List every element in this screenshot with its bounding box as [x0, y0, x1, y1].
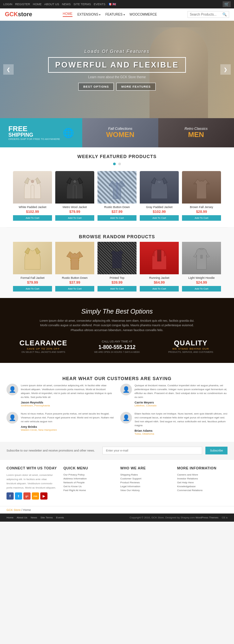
newsletter-subscribe-btn[interactable]: Subscribe [205, 447, 228, 454]
nav-extensions[interactable]: EXTENSIONS ▾ [77, 13, 100, 16]
wp-themes-link[interactable]: WordPress Themes [196, 516, 218, 519]
topbar-events[interactable]: EVENTS [94, 3, 105, 6]
jacket-svg [23, 245, 42, 271]
footer-breadcrumb: GCK Store / Home [0, 506, 234, 514]
footer-connect-col: CONNECT WITH US TODAY Lorem ipsum dolor … [6, 466, 57, 500]
testimonial-name: Jason Reynolds [21, 401, 114, 404]
add-to-cart-b1[interactable]: Add To Cart [55, 286, 94, 291]
footer-link[interactable]: Address Information [63, 477, 114, 480]
nav-features[interactable]: FEATURES ▾ [105, 13, 124, 16]
hero-prev-arrow[interactable]: ❮ [3, 64, 14, 75]
add-to-cart-2[interactable]: Add To Cart [98, 215, 136, 221]
testimonial-item: 👤 Nunc id risus metus. Fusce posuere por… [6, 412, 114, 435]
footer-quick-menu-col: QUICK MENU Our Privacy Policy Address In… [63, 466, 114, 500]
footer-bottom: Home About Us News Site Terms Events Cop… [0, 514, 234, 522]
footer-bottom-news[interactable]: News [31, 516, 37, 519]
product-image-formal-jacket [13, 242, 52, 274]
product-price: $102.99 [140, 210, 179, 214]
add-to-cart-0[interactable]: Add To Cart [13, 215, 52, 221]
footer-link[interactable]: Knowledgebase [177, 485, 228, 488]
footer-bottom-events[interactable]: Events [56, 516, 64, 519]
svg-rect-8 [157, 250, 161, 261]
footer-link[interactable]: View Our History [120, 489, 171, 492]
product-name: Brown Fall Jersey [182, 205, 221, 209]
footer-link[interactable]: Investor Relations [177, 477, 228, 480]
product-card: Rustic Button Down $37.99 Add To Cart [55, 242, 94, 291]
svg-point-0 [31, 180, 34, 183]
promo-ship: SHIPPING [8, 132, 60, 138]
product-price: $28.99 [182, 210, 221, 214]
search-input[interactable] [190, 13, 222, 16]
footer-link[interactable]: Careers and More [177, 473, 228, 476]
footer-link[interactable]: Network of People [63, 481, 114, 484]
hero-best-options-btn[interactable]: BEST OPTIONS [78, 83, 114, 91]
add-to-cart-b2[interactable]: Add To Cart [98, 286, 136, 291]
topbar-register[interactable]: REGISTER [15, 3, 30, 6]
quality-sub: WE STAND BEHIND OUR [157, 347, 224, 350]
product-card: Metro Wool Jacket $79.99 Add To Cart [55, 171, 94, 221]
add-to-cart-b0[interactable]: Add To Cart [13, 286, 52, 291]
product-name: Rustic Button Down [98, 205, 136, 209]
top-bar-links: LOGIN REGISTER HOME ABOUT US NEWS SITE T… [3, 3, 116, 6]
jacket-svg [23, 174, 42, 200]
product-price: $79.99 [55, 210, 94, 214]
search-icon[interactable]: 🔍 [222, 12, 227, 17]
featured-products-section: WEEKLY FEATURED PRODUCTS White Padded Ja… [0, 147, 234, 227]
topbar-siteterms[interactable]: SITE TERMS [73, 3, 91, 6]
social-twitter-btn[interactable]: t [15, 492, 22, 500]
breadcrumb-store[interactable]: GCK Store [6, 508, 21, 512]
hero-more-features-btn[interactable]: MORE FEATURES [116, 83, 155, 91]
product-name: Metro Wool Jacket [55, 205, 94, 209]
footer-link[interactable]: Our Privacy Policy [63, 473, 114, 476]
footer-link[interactable]: Legal Information [120, 485, 171, 488]
testimonial-location: Walden Circle, New Hampshire [21, 428, 114, 431]
footer-bottom-about[interactable]: About Us [17, 516, 27, 519]
add-to-cart-3[interactable]: Add To Cart [140, 215, 179, 221]
newsletter-section: Subscribe to our newsletter and receive … [0, 442, 234, 459]
men-category: MEN [185, 130, 208, 139]
topbar-home[interactable]: HOME [33, 3, 42, 6]
nav-woocommerce[interactable]: WOOCOMMERCE [130, 13, 157, 16]
hero-description: Learn more about the GCK Store theme [48, 75, 186, 79]
header: GCKstore HOME EXTENSIONS ▾ FEATURES ▾ WO… [0, 8, 234, 21]
social-rss-btn[interactable]: rss [32, 492, 39, 500]
dot-1[interactable] [113, 163, 116, 165]
product-price: $24.99 [182, 280, 221, 284]
topbar-about[interactable]: ABOUT US [44, 3, 59, 6]
footer-link[interactable]: Product Reviews [120, 481, 171, 484]
men-collection-label: Retro Classics [185, 127, 208, 130]
footer-link[interactable]: Customer Support [120, 477, 171, 480]
footer-link[interactable]: Get Help Here [177, 481, 228, 484]
promo-women[interactable]: Fall Collections WOMEN [82, 118, 158, 147]
footer-link[interactable]: Shipping Rates [120, 473, 171, 476]
footer-link[interactable]: Feel Right At Home [63, 489, 114, 492]
dark-features: CLEARANCE SAVE UP TO 20% OFF ON SELECT F… [6, 339, 228, 353]
hero-next-arrow[interactable]: ❯ [220, 64, 231, 75]
promo-men[interactable]: Retro Classics MEN [158, 118, 234, 147]
dot-2[interactable] [118, 163, 121, 165]
add-to-cart-4[interactable]: Add To Cart [182, 215, 221, 221]
promo-shipping[interactable]: FREE SHIPPING ORDERS SHIP FOR FREE TO AN… [0, 118, 82, 147]
product-image-running-jacket [140, 242, 179, 274]
social-facebook-btn[interactable]: f [6, 492, 14, 500]
footer-link[interactable]: Commercial Relations [177, 489, 228, 492]
add-to-cart-1[interactable]: Add To Cart [55, 215, 94, 221]
cart-icon-top[interactable]: 🛒 [223, 1, 231, 7]
product-image-rustic-shirt [55, 242, 94, 274]
topbar-login[interactable]: LOGIN [3, 3, 12, 6]
footer-quick-menu-title: QUICK MENU [63, 466, 114, 470]
hero-buttons: BEST OPTIONS MORE FEATURES [48, 83, 186, 91]
nav-home[interactable]: HOME [63, 12, 72, 17]
avatar-jason: 👤 [6, 384, 18, 395]
social-googleplus-btn[interactable]: g+ [23, 492, 31, 500]
footer-bottom-siteterms[interactable]: Site Terms [41, 516, 53, 519]
newsletter-email-input[interactable] [102, 447, 202, 454]
topbar-news[interactable]: NEWS [62, 3, 71, 6]
product-price: $37.99 [98, 210, 136, 214]
add-to-cart-b4[interactable]: Add To Cart [182, 286, 221, 291]
hero-subtitle: Loads Of Great Features [48, 49, 186, 54]
social-youtube-btn[interactable]: ▶ [40, 492, 47, 500]
footer-bottom-home[interactable]: Home [6, 516, 13, 519]
add-to-cart-b3[interactable]: Add To Cart [140, 286, 179, 291]
footer-link[interactable]: Get to Know Us [63, 485, 114, 488]
